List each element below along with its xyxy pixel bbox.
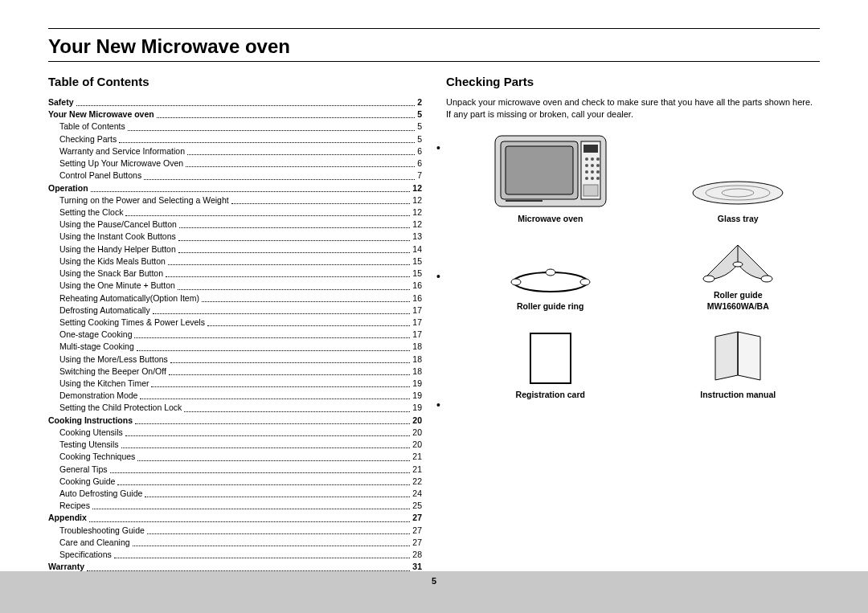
toc-page: 27 [412,512,422,524]
svg-rect-17 [583,185,598,196]
part-registration-card: Registration card [516,332,585,401]
toc-page: 24 [412,488,422,500]
toc-page: 20 [412,415,422,427]
toc-leader [89,512,410,521]
toc-item: Using the Pause/Cancel Button12 [48,219,422,231]
manual-page: Your New Microwave oven Table of Content… [0,0,868,613]
margin-bullets: • [436,142,440,153]
svg-point-11 [585,170,588,174]
toc-leader [121,439,411,448]
toc-label: Control Panel Buttons [59,170,141,182]
toc-item: Setting Up Your Microwave Oven6 [48,157,422,170]
page-footer: 5 [0,571,868,613]
toc-page: 25 [412,500,422,512]
toc-item: Using the Kitchen Timer19 [48,378,422,390]
toc-leader [202,292,410,302]
toc-page: 18 [412,353,422,366]
toc-leader [134,329,410,338]
toc-label: Using the Kitchen Timer [59,378,149,390]
toc-item: Care and Cleaning27 [48,537,422,549]
toc-leader [125,427,411,436]
toc-item: Auto Defrosting Guide24 [48,488,422,500]
toc-leader [128,121,415,130]
toc-leader [144,170,415,179]
part-label: Microwave oven [518,214,583,225]
toc-page: 28 [412,549,422,561]
toc-leader [137,341,411,350]
toc-label: Setting the Child Protection Lock [59,402,182,414]
toc-leader [186,157,415,167]
toc-page: 5 [417,108,422,121]
margin-bullets: • [436,399,440,411]
toc-page: 15 [412,268,422,280]
toc-label: Your New Microwave oven [48,108,154,121]
svg-point-26 [703,276,714,282]
toc-item: Defrosting Automatically17 [48,304,422,317]
toc-item: Recipes25 [48,500,422,512]
toc-item: Using the Instant Cook Buttons13 [48,231,422,243]
toc-leader [187,145,415,155]
toc-item: Testing Utensils20 [48,439,422,451]
toc-leader [140,390,410,399]
toc-item: Using the Handy Helper Button14 [48,243,422,255]
toc-leader [147,525,410,534]
toc-label: Auto Defrosting Guide [59,488,142,500]
toc-page: 12 [412,182,422,194]
toc-item: Control Panel Buttons7 [48,170,422,182]
toc-item: Troubleshooting Guide27 [48,525,422,537]
toc-label: Setting Up Your Microwave Oven [59,157,183,170]
toc-heading: Table of Contents [48,75,422,88]
toc-page: 19 [412,390,422,402]
toc-item: Multi-stage Cooking18 [48,341,422,353]
top-rule-1 [48,28,820,29]
toc-page: 13 [412,231,422,243]
toc-leader [145,488,410,497]
toc-page: 22 [412,476,422,488]
toc-leader [114,549,411,558]
toc-label: Using the More/Less Buttons [59,353,168,366]
toc-page: 12 [412,194,422,206]
toc-label: Setting Cooking Times & Power Levels [59,317,205,329]
toc-page: 19 [412,402,422,414]
svg-point-10 [596,164,600,167]
toc-page: 17 [412,329,422,341]
svg-point-6 [591,157,594,161]
toc-item: Warranty and Service Information6 [48,145,422,157]
svg-point-16 [596,177,600,180]
toc-item: Using the Snack Bar Button15 [48,268,422,280]
toc-item: One-stage Cooking17 [48,329,422,341]
toc-item: Turning on the Power and Selecting a Wei… [48,194,422,206]
toc-leader [125,206,410,216]
toc-leader [231,194,411,204]
part-label: Registration card [516,390,585,401]
toc-label: Testing Utensils [59,439,119,451]
toc-item: Using the One Minute + Button16 [48,280,422,292]
toc-label: Using the Handy Helper Button [59,243,176,255]
part-microwave: Microwave oven [494,135,607,225]
toc-label: Specifications [59,549,112,561]
parts-heading: Checking Parts [446,75,820,88]
toc-label: General Tips [59,464,108,476]
microwave-icon [494,135,607,209]
toc-page: 16 [412,292,422,304]
toc-label: Appendix [48,512,87,524]
toc-item: Switching the Beeper On/Off18 [48,366,422,378]
toc-page: 21 [412,464,422,476]
svg-point-14 [585,177,588,180]
toc-page: 6 [417,157,422,170]
toc-label: Table of Contents [59,121,125,133]
toc-item: Checking Parts5 [48,133,422,145]
svg-point-28 [733,262,743,267]
toc-page: 7 [417,170,422,182]
toc-leader [87,561,410,570]
toc-item: Setting the Child Protection Lock19 [48,402,422,414]
toc-leader [110,464,411,473]
svg-rect-29 [530,333,571,383]
table-of-contents: Safety2Your New Microwave oven5Table of … [48,96,422,610]
part-label: Glass tray [718,214,759,225]
toc-leader [157,108,415,118]
svg-point-24 [580,279,590,285]
toc-label: Using the Pause/Cancel Button [59,219,177,231]
toc-item: Table of Contents5 [48,121,422,133]
svg-point-15 [591,177,594,180]
